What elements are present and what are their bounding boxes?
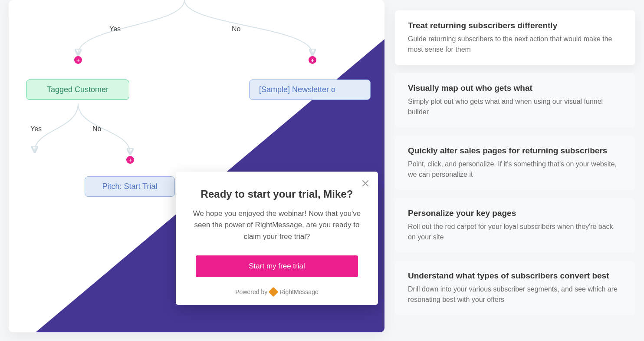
add-node-icon[interactable]: +	[74, 56, 82, 64]
feature-title: Visually map out who gets what	[408, 83, 622, 93]
add-node-icon[interactable]: +	[126, 156, 134, 164]
close-icon[interactable]	[361, 179, 370, 188]
flow-node-label: [Sample] Newsletter o	[259, 85, 335, 94]
modal-body: We hope you enjoyed the webinar! Now tha…	[190, 208, 364, 242]
branch-label-no-2: No	[92, 125, 101, 133]
powered-by-brand: RightMessage	[279, 288, 319, 295]
visual-builder-panel: Yes No Yes No + + + Tagged Customer [Sam…	[9, 0, 384, 332]
branch-label-yes-2: Yes	[30, 125, 42, 133]
powered-by-prefix: Powered by	[235, 288, 267, 295]
feature-card-returning-subscribers[interactable]: Treat returning subscribers differently …	[395, 10, 635, 65]
powered-by: Powered by RightMessage	[190, 288, 364, 295]
flow-node-label: Pitch: Start Trial	[102, 182, 157, 191]
flow-node-pitch-start-trial[interactable]: Pitch: Start Trial	[85, 176, 175, 197]
flow-node-sample-newsletter[interactable]: [Sample] Newsletter o	[249, 79, 371, 100]
trial-modal: Ready to start your trial, Mike? We hope…	[176, 172, 378, 305]
feature-list: Treat returning subscribers differently …	[395, 0, 635, 332]
feature-card-convert-best[interactable]: Understand what types of subscribers con…	[395, 261, 635, 315]
feature-title: Personalize your key pages	[408, 209, 622, 218]
branch-label-yes: Yes	[109, 25, 121, 33]
branch-label-no: No	[232, 25, 240, 33]
feature-card-key-pages[interactable]: Personalize your key pages Roll out the …	[395, 198, 635, 253]
rightmessage-logo-icon	[269, 287, 279, 297]
modal-heading: Ready to start your trial, Mike?	[190, 188, 364, 200]
feature-title: Treat returning subscribers differently	[408, 21, 622, 30]
feature-desc: Simply plot out who gets what and when u…	[408, 96, 622, 117]
feature-desc: Drill down into your various subscriber …	[408, 284, 622, 305]
feature-title: Quickly alter sales pages for returning …	[408, 146, 622, 156]
flow-node-label: Tagged Customer	[47, 85, 108, 94]
feature-card-sales-pages[interactable]: Quickly alter sales pages for returning …	[395, 136, 635, 190]
feature-desc: Guide returning subscribers to the next …	[408, 34, 622, 55]
feature-desc: Roll out the red carpet for your loyal s…	[408, 222, 622, 242]
flow-node-tagged-customer[interactable]: Tagged Customer	[26, 79, 129, 100]
feature-desc: Point, click, and personalize. If it's s…	[408, 159, 622, 180]
feature-title: Understand what types of subscribers con…	[408, 271, 622, 281]
add-node-icon[interactable]: +	[309, 56, 316, 64]
start-trial-button[interactable]: Start my free trial	[196, 255, 358, 277]
feature-card-visual-map[interactable]: Visually map out who gets what Simply pl…	[395, 73, 635, 128]
